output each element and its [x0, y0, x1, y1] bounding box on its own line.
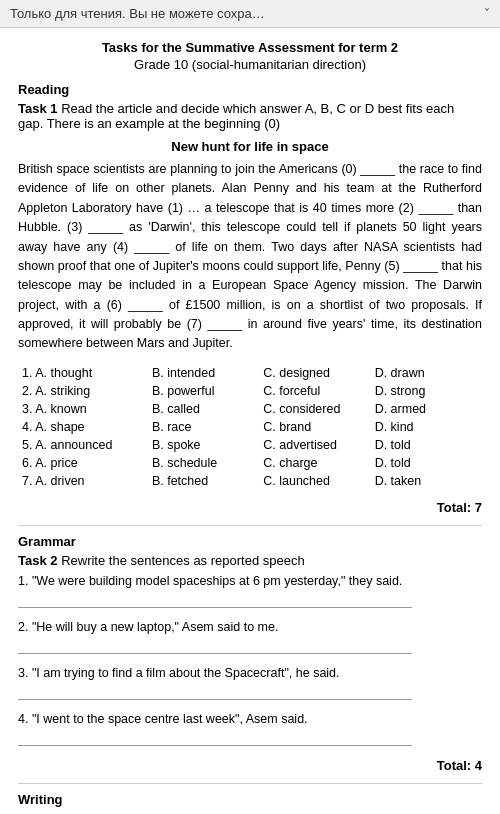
page-subtitle: Grade 10 (social-humanitarian direction): [18, 57, 482, 72]
divider-2: [18, 783, 482, 784]
grammar-sentences: 1. "We were building model spaceships at…: [18, 574, 482, 746]
section-grammar: Grammar: [18, 534, 482, 549]
section-reading: Reading: [18, 82, 482, 97]
write-line: [18, 684, 412, 700]
section-writing: Writing: [18, 792, 482, 807]
divider-1: [18, 525, 482, 526]
main-content: Tasks for the Summative Assessment for t…: [0, 28, 500, 814]
sentence-item: 1. "We were building model spaceships at…: [18, 574, 482, 608]
article-text: British space scientists are planning to…: [18, 160, 482, 354]
table-row: 2. A. strikingB. powerfulC. forcefulD. s…: [18, 382, 482, 400]
sentence-item: 4. "I went to the space centre last week…: [18, 712, 482, 746]
readonly-banner: Только для чтения. Вы не можете сохра… ˅: [0, 0, 500, 28]
table-row: 7. A. drivenB. fetchedC. launchedD. take…: [18, 472, 482, 490]
article-title: New hunt for life in space: [18, 139, 482, 154]
chevron-down-icon[interactable]: ˅: [484, 7, 490, 21]
task1-heading: Task 1 Read the article and decide which…: [18, 101, 482, 131]
grammar-total: Total: 4: [18, 758, 482, 773]
sentence-item: 3. "I am trying to find a film about the…: [18, 666, 482, 700]
table-row: 4. A. shapeB. raceC. brandD. kind: [18, 418, 482, 436]
table-row: 5. A. announcedB. spokeC. advertisedD. t…: [18, 436, 482, 454]
choices-table: 1. A. thoughtB. intendedC. designedD. dr…: [18, 364, 482, 490]
page-title: Tasks for the Summative Assessment for t…: [18, 40, 482, 55]
reading-total: Total: 7: [18, 500, 482, 515]
sentence-item: 2. "He will buy a new laptop," Asem said…: [18, 620, 482, 654]
table-row: 3. A. knownB. calledC. consideredD. arme…: [18, 400, 482, 418]
write-line: [18, 730, 412, 746]
table-row: 6. A. priceB. scheduleC. chargeD. told: [18, 454, 482, 472]
table-row: 1. A. thoughtB. intendedC. designedD. dr…: [18, 364, 482, 382]
write-line: [18, 592, 412, 608]
task2-heading: Task 2 Rewrite the sentences as reported…: [18, 553, 482, 568]
readonly-banner-text: Только для чтения. Вы не можете сохра…: [10, 6, 476, 21]
write-line: [18, 638, 412, 654]
